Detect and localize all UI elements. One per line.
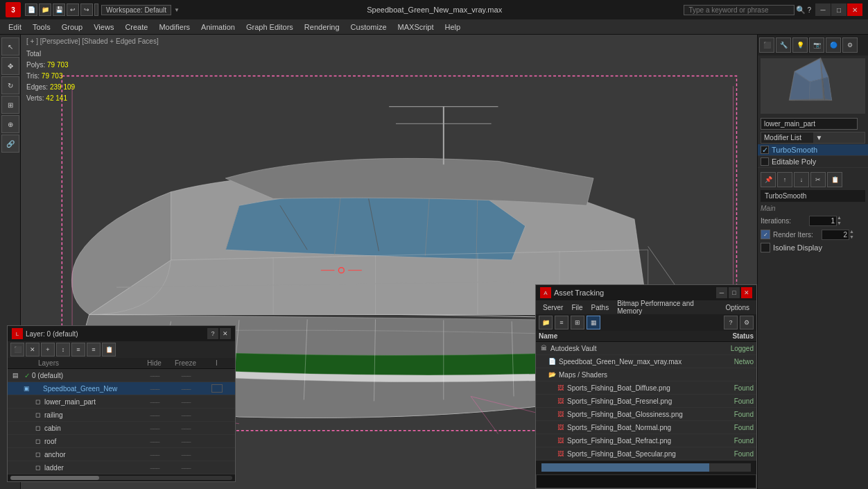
- menu-graph-editors[interactable]: Graph Editors: [241, 22, 299, 33]
- layer-select-icon[interactable]: ↕: [56, 343, 70, 357]
- rp-icon-4[interactable]: 📷: [809, 37, 824, 53]
- maximize-button[interactable]: □: [831, 3, 847, 16]
- layer-row-railing[interactable]: ◻ railing – – – – – –: [8, 409, 235, 422]
- snap-tool[interactable]: ⊕: [1, 115, 19, 133]
- rp-icon-6[interactable]: ⚙: [842, 37, 858, 53]
- rp-icon-2[interactable]: 🔧: [776, 37, 791, 53]
- rp-t2-down[interactable]: ↓: [794, 172, 809, 187]
- move-tool[interactable]: ✥: [1, 57, 19, 75]
- rp-t2-cut[interactable]: ✂: [810, 172, 826, 187]
- modifier-editable-poly[interactable]: Editable Poly: [758, 156, 868, 168]
- render-iters-check[interactable]: ✓: [761, 230, 770, 239]
- asset-panel-input[interactable]: [536, 474, 756, 488]
- asset-panel-maximize[interactable]: □: [729, 287, 740, 298]
- ap-tool-table[interactable]: ▦: [587, 316, 600, 329]
- iterations-down[interactable]: ▼: [837, 221, 842, 226]
- rp-t2-pin[interactable]: 📌: [761, 172, 776, 187]
- search-icon[interactable]: 🔍: [796, 6, 806, 15]
- modifier-check-editable-poly[interactable]: [761, 157, 769, 166]
- ap-row-vault[interactable]: 🏛 Autodesk Vault Logged: [536, 342, 756, 355]
- menu-help[interactable]: Help: [440, 22, 467, 33]
- select-tool[interactable]: ↖: [1, 37, 19, 55]
- scale-tool[interactable]: ⊞: [1, 96, 19, 114]
- ap-tool-folder[interactable]: 📁: [539, 316, 553, 329]
- search-input[interactable]: [684, 5, 795, 15]
- modifier-list-arrow[interactable]: ▼: [813, 132, 865, 143]
- ap-tool-grid[interactable]: ⊞: [571, 316, 584, 329]
- layer-row-roof[interactable]: ◻ roof – – – – – –: [8, 435, 235, 448]
- layer-new-icon[interactable]: ⬛: [10, 343, 24, 357]
- modifier-turbosmooth[interactable]: ✓ TurboSmooth: [758, 144, 868, 156]
- rotate-tool[interactable]: ↻: [1, 76, 19, 94]
- link-tool[interactable]: 🔗: [1, 135, 19, 153]
- object-name-input[interactable]: [761, 118, 858, 130]
- menu-animation[interactable]: Animation: [196, 22, 241, 33]
- asset-panel-minimize[interactable]: ─: [716, 287, 727, 298]
- rp-t2-paste[interactable]: 📋: [827, 172, 842, 187]
- ap-row-maps[interactable]: 📂 Maps / Shaders: [536, 368, 756, 381]
- render-iters-input[interactable]: [822, 230, 849, 240]
- ap-tool-list[interactable]: ≡: [555, 316, 568, 329]
- layer-copy-icon[interactable]: 📋: [102, 343, 116, 357]
- ap-row-normal[interactable]: 🖼 Sports_Fishing_Boat_Normal.png Found: [536, 421, 756, 434]
- layer-panel-help[interactable]: ?: [207, 328, 218, 339]
- isoline-check[interactable]: [761, 243, 770, 252]
- layer-add-icon[interactable]: +: [41, 343, 55, 357]
- redo-icon[interactable]: ↪: [80, 3, 93, 16]
- undo-icon[interactable]: ↩: [67, 3, 79, 16]
- layer-scroll-track[interactable]: [10, 476, 232, 480]
- menu-maxscript[interactable]: MAXScript: [392, 22, 440, 33]
- menu-customize[interactable]: Customize: [345, 22, 392, 33]
- iterations-input[interactable]: [809, 216, 837, 226]
- ap-row-maxfile[interactable]: 📄 Speedboat_Green_New_max_vray.max Netwo: [536, 355, 756, 368]
- rp-t2-move[interactable]: ↑: [777, 172, 792, 187]
- menu-group[interactable]: Group: [56, 22, 89, 33]
- ap-row-specular[interactable]: 🖼 Sports_Fishing_Boat_Specular.png Found: [536, 447, 756, 461]
- asset-panel-close[interactable]: ✕: [741, 287, 752, 298]
- ap-row-refract[interactable]: 🖼 Sports_Fishing_Boat_Refract.png Found: [536, 434, 756, 447]
- help-icon[interactable]: ?: [807, 6, 811, 14]
- ap-menu-server[interactable]: Server: [539, 303, 567, 312]
- layer-scrollbar[interactable]: [8, 474, 235, 481]
- workspace-arrow[interactable]: ▼: [174, 7, 180, 13]
- layer-row-lower-main[interactable]: ◻ lower_main_part – – – – – –: [8, 395, 235, 409]
- layer-expand-icon[interactable]: ≡: [71, 343, 85, 357]
- minimize-button[interactable]: ─: [815, 3, 831, 16]
- ap-tool-settings[interactable]: ⚙: [740, 316, 754, 329]
- menu-rendering[interactable]: Rendering: [299, 22, 345, 33]
- rp-icon-5[interactable]: 🔵: [826, 37, 841, 53]
- iterations-up[interactable]: ▲: [837, 215, 842, 221]
- ap-menu-file[interactable]: File: [567, 303, 587, 312]
- ap-menu-bitmap[interactable]: Bitmap Performance and Memory: [613, 299, 721, 316]
- layer-row-anchor[interactable]: ◻ anchor – – – – – –: [8, 448, 235, 461]
- layer-panel-close[interactable]: ✕: [220, 328, 231, 339]
- ap-row-gloss[interactable]: 🖼 Sports_Fishing_Boat_Glossiness.png Fou…: [536, 408, 756, 421]
- render-iters-up[interactable]: ▲: [849, 229, 854, 234]
- layer-row-default[interactable]: ▤ ✓ 0 (default) – – – – – –: [8, 369, 235, 382]
- render-iters-down[interactable]: ▼: [849, 234, 854, 240]
- open-icon[interactable]: 📁: [39, 3, 51, 16]
- modifier-check-turbosmooth[interactable]: ✓: [761, 146, 769, 154]
- menu-modifiers[interactable]: Modifiers: [153, 22, 196, 33]
- menu-tools[interactable]: Tools: [27, 22, 56, 33]
- layer-collapse-icon[interactable]: ≡: [87, 343, 101, 357]
- layer-delete-icon[interactable]: ✕: [26, 343, 40, 357]
- ap-menu-options[interactable]: Options: [722, 303, 754, 312]
- menu-edit[interactable]: Edit: [3, 22, 27, 33]
- layer-row-ladder[interactable]: ◻ ladder – – – – – –: [8, 461, 235, 474]
- close-button[interactable]: ✕: [847, 3, 862, 16]
- layer-scroll-thumb[interactable]: [10, 476, 99, 480]
- menu-views[interactable]: Views: [88, 22, 119, 33]
- ap-row-fresnel[interactable]: 🖼 Sports_Fishing_Boat_Fresnel.png Found: [536, 395, 756, 408]
- new-icon[interactable]: 📄: [25, 3, 37, 16]
- ap-tool-help[interactable]: ?: [724, 316, 738, 329]
- ap-row-diffuse[interactable]: 🖼 Sports_Fishing_Boat_Diffuse.png Found: [536, 381, 756, 395]
- save-icon[interactable]: 💾: [53, 3, 65, 16]
- rp-icon-1[interactable]: ⬛: [759, 37, 774, 53]
- workspace-selector[interactable]: Workspace: Default: [101, 5, 171, 15]
- ap-menu-paths[interactable]: Paths: [587, 303, 614, 312]
- menu-create[interactable]: Create: [119, 22, 153, 33]
- layer-row-speedboat[interactable]: ▣ Speedboat_Green_New – – – – – –: [8, 382, 235, 395]
- rp-icon-3[interactable]: 💡: [792, 37, 808, 53]
- viewport-cube[interactable]: [761, 58, 865, 114]
